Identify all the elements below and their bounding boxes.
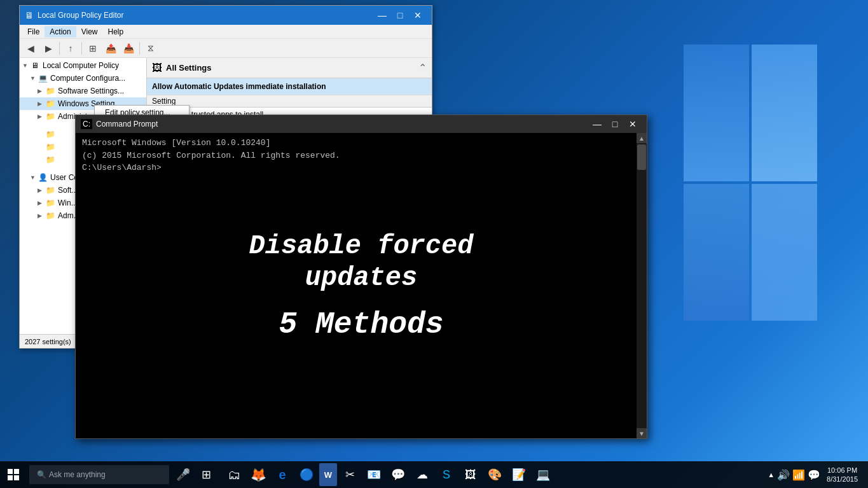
tree-label-computer-config: Computer Configura... — [50, 74, 125, 83]
tree-icon-empty1: 📁 — [45, 129, 55, 139]
cmd-overlay-line2: 5 Methods — [219, 307, 504, 341]
cmd-maximize-button[interactable]: □ — [606, 116, 624, 132]
tray-network-icon[interactable]: 📶 — [792, 469, 805, 481]
cmd-scroll-down[interactable]: ▼ — [637, 428, 647, 438]
search-icon: 🔍 — [37, 470, 46, 479]
cmd-line2: (c) 2015 Microsoft Corporation. All righ… — [82, 150, 640, 162]
taskbar-onedrive-icon[interactable]: ☁ — [411, 463, 434, 486]
cmd-content: Microsoft Windows [Version 10.0.10240] (… — [76, 133, 647, 178]
all-settings-icon: 🖼 — [152, 62, 162, 74]
tree-item-root[interactable]: ▼ 🖥 Local Computer Policy — [20, 59, 146, 72]
highlighted-setting[interactable]: Allow Automatic Updates immediate instal… — [147, 78, 432, 95]
svg-rect-1 — [14, 469, 19, 474]
menu-action[interactable]: Action — [45, 26, 76, 38]
svg-rect-2 — [8, 475, 13, 480]
cmd-title-icon: C: — [81, 119, 92, 129]
taskbar-firefox-icon[interactable]: 🦊 — [247, 463, 270, 486]
tree-label-root: Local Computer Policy — [43, 61, 119, 70]
menu-help[interactable]: Help — [103, 26, 129, 38]
cmd-minimize-button[interactable]: — — [588, 116, 606, 132]
gpe-maximize-button[interactable]: □ — [391, 6, 409, 24]
taskbar-right-tray: ▲ 🔊 📶 💬 10:06 PM 8/31/2015 — [768, 466, 868, 484]
cmd-titlebar: C: Command Prompt — □ ✕ — [76, 115, 647, 133]
tree-icon-windows: 📁 — [45, 99, 55, 109]
cmd-line1: Microsoft Windows [Version 10.0.10240] — [82, 137, 640, 150]
tree-item-computer-config[interactable]: ▼ 💻 Computer Configura... — [20, 72, 146, 85]
tree-icon-empty3: 📁 — [45, 155, 55, 165]
windows-start-icon — [8, 469, 19, 480]
tree-icon-user-windows: 📁 — [45, 198, 55, 208]
taskbar-task-view-button[interactable]: ⊞ — [195, 463, 217, 486]
gpe-titlebar: 🖥 Local Group Policy Editor — □ ✕ — [20, 6, 432, 25]
cmd-scroll-up[interactable]: ▲ — [637, 133, 647, 143]
gpe-window-controls: — □ ✕ — [373, 6, 427, 24]
tree-icon-user-software: 📁 — [45, 185, 55, 195]
menu-view[interactable]: View — [76, 26, 103, 38]
toolbar-export-button[interactable]: 📤 — [102, 41, 119, 56]
toolbar-import-button[interactable]: 📥 — [120, 41, 137, 56]
taskbar-edge-icon[interactable]: e — [271, 463, 294, 486]
toolbar-forward-button[interactable]: ▶ — [40, 41, 57, 56]
all-settings-header: 🖼 All Settings ⌃ — [147, 58, 432, 78]
settings-columns: Setting — [147, 95, 432, 108]
taskbar-time: 10:06 PM — [827, 466, 857, 475]
taskbar: 🔍 Ask me anything 🎤 ⊞ 🗂 🦊 e 🔵 W ✂ 📧 💬 ☁ … — [0, 461, 868, 488]
cmd-scrollbar[interactable]: ▲ ▼ — [637, 133, 647, 438]
menu-file[interactable]: File — [22, 26, 45, 38]
taskbar-date: 8/31/2015 — [827, 475, 858, 484]
taskbar-chrome-icon[interactable]: 🔵 — [295, 463, 318, 486]
gpe-close-button[interactable]: ✕ — [409, 6, 427, 24]
toolbar-filter-button[interactable]: ⧖ — [142, 41, 159, 56]
taskbar-microphone-button[interactable]: 🎤 — [172, 463, 195, 486]
gpe-title-icon: 🖥 — [25, 10, 34, 20]
cmd-overlay-text: Disable forced updates 5 Methods — [219, 230, 504, 342]
svg-rect-3 — [14, 475, 19, 480]
tree-icon-empty2: 📁 — [45, 142, 55, 152]
toolbar-show-hide-button[interactable]: ⊞ — [85, 41, 101, 56]
desktop: 🖥 Local Group Policy Editor — □ ✕ File A… — [0, 0, 868, 488]
gpe-toolbar: ◀ ▶ ↑ ⊞ 📤 📥 ⧖ — [20, 39, 432, 58]
toolbar-up-button[interactable]: ↑ — [62, 41, 79, 56]
cmd-window-controls: — □ ✕ — [588, 116, 642, 132]
tray-notification-icon[interactable]: 💬 — [808, 469, 820, 481]
all-settings-title: All Settings — [166, 63, 212, 73]
taskbar-skype2-icon[interactable]: S — [435, 463, 458, 486]
taskbar-explorer-icon[interactable]: 🗂 — [223, 463, 245, 486]
all-settings-sort-icon[interactable]: ⌃ — [418, 62, 427, 74]
toolbar-separator-3 — [139, 42, 140, 55]
toolbar-separator-1 — [59, 42, 60, 55]
col-header-setting: Setting — [152, 97, 427, 106]
tree-item-software-settings[interactable]: ▶ 📁 Software Settings... — [20, 85, 146, 97]
tree-icon-root: 🖥 — [30, 60, 40, 71]
svg-rect-0 — [8, 469, 13, 474]
taskbar-cmd-icon[interactable]: 💻 — [532, 463, 555, 486]
taskbar-skype-icon[interactable]: 💬 — [387, 463, 410, 486]
taskbar-paint-icon[interactable]: 🎨 — [483, 463, 506, 486]
tree-icon-software: 📁 — [45, 86, 55, 96]
taskbar-start-button[interactable] — [0, 461, 27, 488]
taskbar-photos-icon[interactable]: 🖼 — [459, 463, 482, 486]
taskbar-search-bar[interactable]: 🔍 Ask me anything — [29, 465, 169, 484]
cmd-window: C: Command Prompt — □ ✕ Microsoft Window… — [75, 115, 647, 439]
taskbar-outlook-icon[interactable]: 📧 — [362, 463, 385, 486]
tray-volume-icon[interactable]: 🔊 — [777, 469, 790, 481]
tray-show-hidden-icon[interactable]: ▲ — [768, 471, 775, 478]
taskbar-tray-icons: ▲ 🔊 📶 💬 — [768, 469, 820, 481]
desktop-windows-logo — [684, 45, 817, 318]
cmd-overlay-line1: Disable forced updates — [219, 230, 504, 295]
tree-icon-user-admin: 📁 — [45, 211, 55, 221]
cmd-scroll-thumb[interactable] — [637, 144, 646, 170]
cmd-prompt: C:\Users\Adarsh> — [82, 162, 640, 174]
taskbar-word-icon[interactable]: W — [319, 463, 337, 486]
taskbar-clock[interactable]: 10:06 PM 8/31/2015 — [822, 466, 863, 484]
tree-label-software-settings: Software Settings... — [58, 87, 124, 95]
taskbar-scissors-icon[interactable]: ✂ — [338, 463, 361, 486]
cmd-close-button[interactable]: ✕ — [624, 116, 642, 132]
statusbar-text: 2027 setting(s) — [25, 338, 71, 345]
taskbar-search-placeholder: Ask me anything — [49, 470, 106, 479]
toolbar-back-button[interactable]: ◀ — [22, 41, 39, 56]
gpe-minimize-button[interactable]: — — [373, 6, 391, 24]
tree-icon-computer: 💻 — [38, 73, 48, 83]
taskbar-notepad-icon[interactable]: 📝 — [507, 463, 530, 486]
gpe-title-text: Local Group Policy Editor — [38, 11, 369, 20]
